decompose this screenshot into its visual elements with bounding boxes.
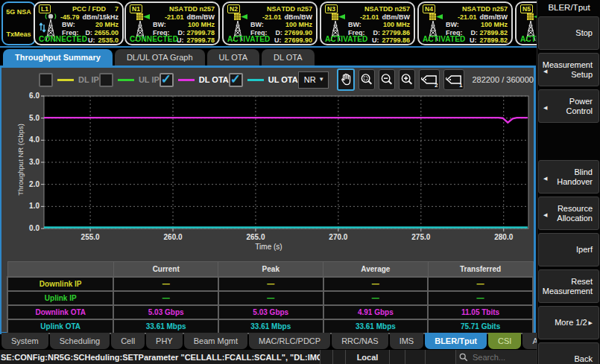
zoom-out-icon (379, 72, 394, 87)
throughput-summary-panel: DL IP UL IP DL OTA UL OTA NR ▼ (0, 66, 536, 334)
window-top-border (0, 46, 537, 48)
left-triangle-icon: ◀ (543, 66, 547, 76)
band-label: 7 (115, 5, 119, 13)
tab-throughput-summary[interactable]: Throughput Summary (3, 49, 113, 66)
cell-panel-n1[interactable]: N1 NSATDD n257 -21.01dBm/BW BW:100 MHz F… (124, 1, 220, 45)
legend-item-dl-ip: DL IP (39, 73, 99, 87)
cell-status-bar: 5G NSA TxMeas L1 (0, 0, 537, 47)
marker-2-icon: 2 (420, 72, 439, 87)
row-label: Downlink IP (7, 277, 113, 291)
resource-allocation-button[interactable]: ◀ ResourceAllocation (538, 197, 599, 230)
zoom-region-icon (359, 72, 374, 87)
y-tick-label: 0.0 (3, 224, 40, 232)
table-header-row: Current Peak Average Transferred (7, 262, 533, 278)
y-tick-label: 4.0 (3, 135, 40, 144)
x-axis-title: Time (s) (3, 243, 534, 251)
x-tick-label: 260.0 (158, 233, 188, 241)
legend-item-dl-ota: DL OTA (160, 73, 229, 87)
throughput-table: Current Peak Average Transferred Downlin… (7, 261, 534, 334)
svg-text:1: 1 (460, 82, 463, 87)
right-triangle-icon: ▶ (589, 318, 593, 328)
search-icon (459, 353, 468, 362)
marker-2-button[interactable]: 2 (419, 69, 440, 90)
cell-panel-n2[interactable]: N2 NSATDD n257 -21.01dBm/BW BW:100 MHz F… (222, 1, 318, 45)
y-tick-label: 2.0 (3, 180, 40, 188)
cell-status: ACTIVATED (423, 35, 466, 43)
legend-item-ul-ota: UL OTA (229, 73, 298, 87)
tab-dlul-ota-graph[interactable]: DL/UL OTA Graph (115, 49, 205, 66)
more-pages-button[interactable]: More 1/2▶ (538, 306, 599, 339)
col-current: Current (113, 262, 218, 278)
row-label: Downlink OTA (7, 305, 113, 319)
dl-ip-line-swatch (57, 79, 74, 81)
zoom-region-button[interactable] (359, 69, 375, 90)
status-bar: SE:CONFig:NR5G:SCHeduling:SETParameter "… (0, 350, 537, 364)
y-tick-label: 6.0 (3, 92, 40, 100)
reset-measurement-button[interactable]: ResetMeasurement (538, 269, 599, 303)
local-remote-indicator[interactable]: Local (345, 350, 389, 364)
row-label: Uplink OTA (7, 319, 113, 333)
tab-rrc-nas[interactable]: RRC/NAS (332, 333, 388, 349)
measurement-setup-button[interactable]: ◀ MeasurementSetup (538, 53, 599, 86)
txmeas-label: TxMeas (3, 31, 34, 38)
technology-dropdown[interactable]: NR ▼ (298, 71, 329, 89)
left-triangle-icon: ◀ (543, 103, 547, 112)
x-tick-label: 280.0 (489, 233, 519, 241)
iperf-button[interactable]: Iperf (538, 233, 599, 266)
marker-1-button[interactable]: 1 (443, 69, 464, 90)
dl-ip-checkbox[interactable] (39, 73, 53, 87)
y-tick-label: 1.0 (3, 202, 40, 210)
measurement-tabs: Throughput Summary DL/UL OTA Graph UL OT… (3, 49, 315, 66)
blind-handover-button[interactable]: ◀ BlindHandover (538, 160, 599, 194)
chart-region[interactable]: Throughput NR (Gbps) Time (s) 0.01.02.03… (3, 92, 534, 257)
ul-ip-checkbox[interactable] (99, 73, 113, 87)
category-tabs: System Scheduling Cell PHY Beam Mgmt MAC… (1, 333, 600, 349)
bw-label: BW: (62, 21, 75, 29)
zoom-in-button[interactable] (399, 69, 415, 90)
tab-csi[interactable]: CSI (488, 333, 521, 349)
svg-text:2: 2 (435, 82, 438, 87)
search-box[interactable] (455, 350, 537, 364)
ul-ota-checkbox[interactable] (229, 73, 243, 87)
zoom-out-button[interactable] (379, 69, 395, 90)
tab-system[interactable]: System (1, 333, 48, 349)
x-tick-label: 265.0 (241, 233, 271, 241)
cell-panel-n3[interactable]: N3 NSATDD n257 -21.01dBm/BW BW:100 MHz F… (320, 1, 415, 45)
zoom-in-icon (400, 72, 414, 87)
dl-ota-checkbox[interactable] (160, 73, 174, 87)
tab-beam-mgmt[interactable]: Beam Mgmt (184, 333, 247, 349)
cell-panel-n4[interactable]: N4 NSATDD n257 -21.01dBm/BW BW:100 MHz F… (417, 1, 513, 45)
hand-icon (338, 72, 353, 87)
dl-ota-line-swatch (178, 79, 195, 81)
status-segment (389, 350, 405, 364)
scpi-command-text: SE:CONFig:NR5G:SCHeduling:SETParameter "… (0, 353, 320, 362)
cell-status: CONNECTED (39, 35, 87, 43)
table-row-uplink-ip: Uplink IP — — — — (7, 291, 533, 305)
ul-ip-line-swatch (118, 79, 134, 81)
back-button[interactable]: Back (538, 342, 599, 364)
tab-bler-tput[interactable]: BLER/Tput (425, 333, 487, 349)
x-tick-label: 255.0 (75, 233, 105, 241)
dropdown-value: NR (304, 75, 316, 84)
bw-value: 20 MHz (95, 21, 119, 29)
search-input[interactable] (471, 352, 526, 363)
tab-ul-ota[interactable]: UL OTA (207, 49, 260, 66)
tab-cell[interactable]: Cell (111, 333, 145, 349)
mode-panel[interactable]: 5G NSA TxMeas (1, 1, 36, 45)
x-tick-label: 275.0 (406, 233, 436, 241)
stop-button[interactable]: Stop (538, 16, 599, 50)
cell-panel-n5[interactable]: N5 ACTIVATED (515, 1, 537, 45)
tab-mac-rlc-pdcp[interactable]: MAC/RLC/PDCP (249, 333, 330, 349)
legend-item-ul-ip: UL IP (99, 73, 160, 87)
pan-tool-button[interactable] (337, 68, 355, 91)
tab-ims[interactable]: IMS (390, 333, 424, 349)
row-label: Uplink IP (7, 291, 113, 305)
tab-dl-ota[interactable]: DL OTA (262, 49, 315, 66)
tab-phy[interactable]: PHY (146, 333, 183, 349)
tab-scheduling[interactable]: Scheduling (50, 333, 110, 349)
cell-panel-l1[interactable]: L1 PCC / FDD7 -45.79dBm/15k (34, 1, 124, 45)
softkey-sidebar: BLER/Tput Stop ◀ MeasurementSetup ◀ Powe… (537, 0, 600, 364)
power-control-button[interactable]: ◀ PowerControl (538, 89, 599, 123)
cell-status: ACTIVATED (520, 35, 537, 43)
y-tick-label: 3.0 (3, 158, 40, 166)
